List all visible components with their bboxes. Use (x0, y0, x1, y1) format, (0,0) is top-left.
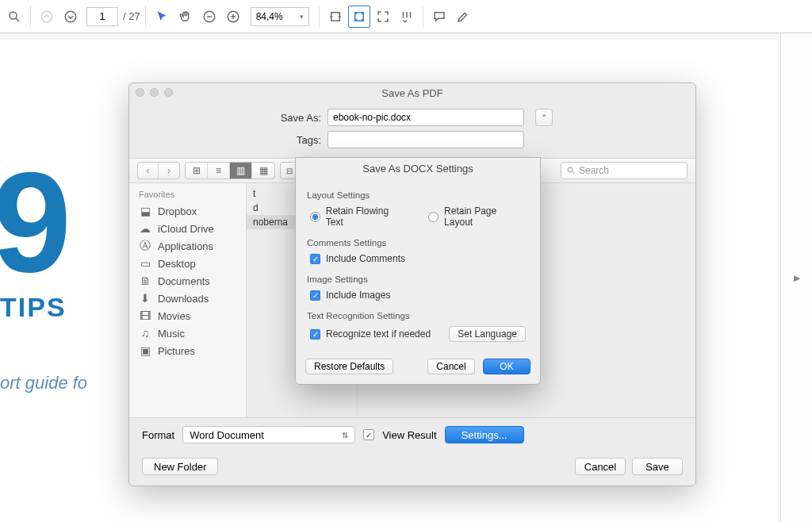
sidebar-item-dropbox[interactable]: ⬓Dropbox (129, 202, 246, 220)
reflow-icon[interactable] (396, 6, 418, 28)
sidebar-header: Favorites (129, 188, 246, 202)
view-result-checkbox[interactable]: ✓ (363, 429, 374, 440)
nav-back-forward[interactable]: ‹ › (137, 162, 180, 179)
forward-icon[interactable]: › (159, 163, 179, 178)
recognize-text-checkbox[interactable]: ✓ (310, 329, 320, 340)
bg-decor-tips: TIPS (0, 292, 67, 323)
sheet-ok-button[interactable]: OK (483, 359, 530, 374)
view-result-label: View Result (382, 429, 436, 441)
column-view-icon[interactable]: ▥ (230, 163, 252, 178)
down-arrow-icon[interactable] (59, 6, 82, 28)
zoom-select[interactable]: 84,4%▾ (251, 7, 309, 26)
highlight-icon[interactable] (452, 6, 474, 28)
icon-view-icon[interactable]: ⊞ (186, 163, 208, 178)
save-as-input[interactable]: ebook-no-pic.docx (327, 109, 524, 126)
fit-page-icon[interactable] (348, 6, 370, 28)
sidebar-item-movies[interactable]: 🎞Movies (129, 307, 246, 324)
layout-settings-header: Layout Settings (307, 190, 529, 200)
pointer-icon[interactable] (151, 6, 173, 28)
search-icon[interactable] (3, 6, 25, 28)
retain-page-label: Retain Page Layout (444, 205, 526, 228)
settings-button[interactable]: Settings... (445, 426, 524, 443)
chevron-updown-icon: ⇅ (342, 431, 348, 439)
back-icon[interactable]: ‹ (138, 163, 159, 178)
tags-input[interactable] (327, 131, 524, 148)
chevron-down-icon: ▾ (300, 13, 304, 21)
desktop-icon: ▭ (139, 257, 151, 270)
docx-settings-sheet: Save As DOCX Settings Layout Settings Re… (295, 157, 541, 385)
comment-icon[interactable] (428, 6, 450, 28)
svg-line-1 (16, 18, 19, 21)
finder-search[interactable]: Search (561, 162, 688, 179)
include-images-label: Include Images (326, 290, 390, 301)
format-select[interactable]: Word Document ⇅ (182, 426, 355, 443)
pictures-icon: ▣ (139, 344, 151, 357)
cloud-icon: ☁ (139, 222, 151, 235)
zoom-out-icon[interactable] (198, 6, 220, 28)
tags-label: Tags: (272, 134, 321, 146)
retain-flowing-radio[interactable] (310, 212, 320, 222)
fullscreen-icon[interactable] (372, 6, 394, 28)
music-icon: ♫ (139, 327, 151, 340)
gallery-view-icon[interactable]: ▦ (252, 163, 274, 178)
recognize-text-label: Recognize text if needed (326, 328, 431, 340)
sidebar-item-desktop[interactable]: ▭Desktop (129, 255, 246, 272)
page-number-input[interactable]: 1 (86, 7, 118, 26)
zoom-in-icon[interactable] (222, 6, 244, 28)
chevron-right-icon: ▶ (794, 273, 800, 283)
movies-icon: 🎞 (139, 309, 151, 322)
dialog-titlebar: Save As PDF (129, 83, 695, 102)
restore-defaults-button[interactable]: Restore Defaults (305, 359, 393, 374)
sidebar-item-documents[interactable]: 🗎Documents (129, 272, 246, 290)
sheet-title: Save As DOCX Settings (296, 158, 540, 179)
include-comments-label: Include Comments (326, 253, 405, 264)
dialog-title: Save As PDF (381, 87, 442, 99)
svg-point-0 (10, 12, 17, 19)
chevron-up-icon: ⌃ (541, 113, 547, 122)
svg-point-11 (568, 167, 573, 172)
sidebar-item-applications[interactable]: ⒶApplications (129, 237, 246, 255)
apps-icon: Ⓐ (139, 240, 151, 252)
page-total-label: / 27 (123, 10, 140, 22)
ocr-settings-header: Text Recognition Settings (307, 311, 529, 320)
set-language-button[interactable]: Set Language (449, 326, 526, 342)
cancel-button[interactable]: Cancel (575, 458, 626, 475)
collapse-button[interactable]: ⌃ (535, 109, 553, 126)
downloads-icon: ⬇ (139, 292, 151, 305)
comments-settings-header: Comments Settings (307, 238, 529, 248)
dropbox-icon: ⬓ (139, 205, 151, 217)
sheet-cancel-button[interactable]: Cancel (427, 359, 475, 374)
sidebar-item-pictures[interactable]: ▣Pictures (129, 342, 246, 359)
bg-decor-number: 9 (0, 151, 63, 294)
new-folder-button[interactable]: New Folder (142, 458, 218, 475)
hand-icon[interactable] (174, 6, 197, 28)
sidebar-item-music[interactable]: ♫Music (129, 324, 246, 342)
svg-point-3 (65, 11, 76, 22)
retain-page-radio[interactable] (428, 212, 439, 222)
svg-line-12 (573, 172, 575, 175)
format-label: Format (142, 429, 174, 441)
bg-decor-sub: ort guide fo (0, 373, 87, 393)
finder-sidebar: Favorites ⬓Dropbox ☁iCloud Drive ⒶApplic… (129, 183, 247, 417)
sidebar-item-icloud[interactable]: ☁iCloud Drive (129, 220, 246, 237)
include-images-checkbox[interactable]: ✓ (310, 290, 320, 301)
save-button[interactable]: Save (632, 458, 683, 475)
documents-icon: 🗎 (139, 274, 151, 287)
svg-point-2 (41, 11, 52, 22)
up-arrow-icon[interactable] (36, 6, 58, 28)
search-icon (566, 166, 576, 175)
search-placeholder: Search (579, 165, 609, 176)
retain-flowing-label: Retain Flowing Text (326, 205, 407, 228)
top-toolbar: 1 / 27 84,4%▾ (0, 0, 812, 33)
include-comments-checkbox[interactable]: ✓ (310, 254, 320, 264)
list-view-icon[interactable]: ≡ (208, 163, 230, 178)
svg-rect-9 (331, 12, 339, 21)
right-panel-toggle[interactable]: ▶ (780, 33, 812, 522)
sidebar-item-downloads[interactable]: ⬇Downloads (129, 290, 246, 307)
window-controls[interactable] (136, 88, 173, 97)
image-settings-header: Image Settings (307, 274, 529, 284)
fit-width-icon[interactable] (324, 6, 347, 28)
save-as-label: Save As: (272, 112, 321, 124)
view-mode-buttons[interactable]: ⊞ ≡ ▥ ▦ (185, 162, 275, 179)
